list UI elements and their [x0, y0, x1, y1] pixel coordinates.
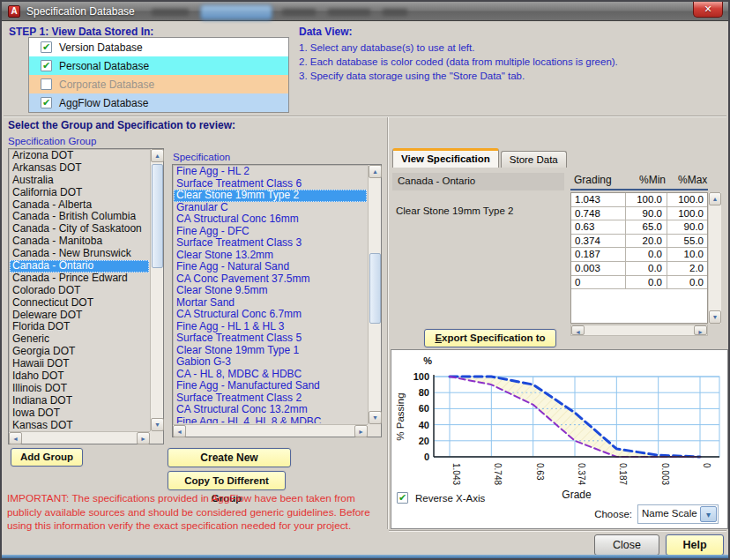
scroll-right-icon[interactable]: ► — [694, 325, 707, 335]
list-item[interactable]: CA Structural Conc 13.2mm — [174, 404, 367, 416]
table-horizontal-scrollbar[interactable]: ◄ ► — [570, 325, 708, 336]
scroll-up-icon[interactable]: ▲ — [151, 149, 164, 162]
list-item[interactable]: Arizona DOT — [10, 150, 149, 162]
list-item[interactable]: Kansas DOT — [10, 420, 149, 430]
table-row[interactable]: 0.6365.090.0 — [571, 220, 707, 235]
group-vertical-scrollbar[interactable]: ▲ ▼ — [150, 149, 163, 431]
list-item[interactable]: Surface Treatment Class 3 — [174, 237, 367, 250]
list-item[interactable]: Deleware DOT — [10, 310, 149, 322]
scroll-left-icon[interactable]: ◄ — [173, 425, 186, 437]
spec-scroll-thumb[interactable] — [369, 253, 381, 324]
scroll-down-icon[interactable]: ▼ — [369, 411, 382, 424]
chevron-down-icon[interactable]: ▾ — [700, 506, 717, 522]
list-item[interactable]: Gabion G-3 — [174, 356, 367, 369]
spec-horizontal-scrollbar[interactable]: ◄ ► — [173, 424, 368, 437]
list-item[interactable]: Illinois DOT — [10, 383, 149, 395]
list-item[interactable]: Indiana DOT — [10, 395, 149, 407]
close-window-button[interactable]: ✕ — [693, 2, 723, 18]
reverse-x-axis-label: Reverse X-Axis — [415, 493, 485, 504]
table-row[interactable]: 1.043100.0100.0 — [571, 193, 707, 207]
list-item[interactable]: Canada - City of Saskatoon — [10, 223, 149, 235]
list-item[interactable]: CA - HL 8, MDBC & HDBC — [174, 369, 367, 381]
list-item[interactable]: Clear Stone 19mm Type 1 — [174, 345, 367, 357]
background-tabs-blur — [152, 4, 443, 20]
list-item[interactable]: CA Structural Conc 6.7mm — [174, 309, 367, 321]
database-checkbox[interactable]: ✔ — [41, 41, 52, 53]
scroll-up-icon[interactable]: ▲ — [369, 165, 382, 178]
list-item[interactable]: California DOT — [10, 187, 149, 199]
list-item[interactable]: Canada - Prince Edward — [10, 273, 149, 285]
database-checkbox[interactable]: ✔ — [41, 60, 52, 71]
list-item[interactable]: CA Structural Conc 16mm — [174, 213, 367, 226]
list-item[interactable]: CA Conc Pavement 37.5mm — [174, 273, 367, 286]
list-item[interactable]: Fine Agg - Manufactured Sand — [174, 380, 367, 392]
list-item[interactable]: Granular C — [174, 202, 367, 214]
scale-dropdown-value: Name Scale — [642, 508, 697, 519]
list-item[interactable]: Surface Treatment Class 5 — [174, 332, 367, 345]
list-item[interactable]: Clear Stone 13.2mm — [174, 250, 367, 262]
table-row[interactable]: 00.00.0 — [571, 276, 707, 290]
list-item[interactable]: Fine Agg - HL 4, HL 8 & MDBC — [174, 416, 367, 424]
scroll-right-icon[interactable]: ► — [354, 425, 368, 437]
list-item[interactable]: Generic — [10, 333, 149, 346]
list-item[interactable]: Connecticut DOT — [10, 297, 149, 310]
table-vertical-scrollbar[interactable]: ▲ ▼ — [709, 192, 721, 324]
spec-vertical-scrollbar[interactable]: ▲ ▼ — [368, 165, 381, 424]
list-item[interactable]: Canada - Manitoba — [10, 235, 149, 248]
list-item[interactable]: Mortar Sand — [174, 297, 367, 310]
title-bar[interactable]: A Specification Database ✕ — [2, 2, 728, 21]
create-new-specification-button[interactable]: Create New Specification — [168, 448, 291, 467]
list-item[interactable]: Surface Treatment Class 6 — [174, 178, 367, 190]
group-scroll-thumb[interactable] — [152, 164, 163, 268]
scroll-right-icon[interactable]: ► — [137, 432, 150, 444]
list-item[interactable]: Georgia DOT — [10, 346, 149, 358]
table-row[interactable]: 0.37420.055.0 — [571, 235, 707, 249]
list-item[interactable]: Clear Stone 19mm Type 2 — [174, 190, 367, 202]
grading-table-header: Grading %Min %Max — [570, 172, 708, 190]
horizontal-divider — [4, 116, 726, 117]
scroll-down-icon[interactable]: ▼ — [151, 418, 164, 431]
reverse-x-axis-checkbox[interactable]: ✔ — [397, 492, 408, 504]
list-item[interactable]: Arkansas DOT — [10, 162, 149, 175]
scroll-left-icon[interactable]: ◄ — [9, 432, 22, 444]
group-horizontal-scrollbar[interactable]: ◄ ► — [9, 431, 150, 444]
copy-to-different-group-button[interactable]: Copy To Different Group — [168, 471, 286, 490]
add-group-button[interactable]: Add Group — [11, 448, 83, 467]
list-item[interactable]: Colorado DOT — [10, 285, 149, 297]
table-row[interactable]: 0.0030.02.0 — [571, 262, 707, 276]
grading-table[interactable]: Grading %Min %Max 1.043100.0100.00.74890… — [570, 172, 721, 342]
list-item[interactable]: Clear Stone 9.5mm — [174, 285, 367, 297]
list-item[interactable]: Canada - British Columbia — [10, 211, 149, 223]
list-item[interactable]: Australia — [10, 175, 149, 187]
database-checkbox[interactable]: ✔ — [41, 97, 52, 108]
help-button[interactable]: Help — [666, 534, 724, 556]
table-row[interactable]: 0.74890.0100.0 — [571, 207, 707, 221]
specification-listbox[interactable]: Fine Agg - HL 2Surface Treatment Class 6… — [172, 164, 382, 437]
scroll-up-icon[interactable]: ▲ — [709, 192, 721, 205]
tab-store-data[interactable]: Store Data — [501, 151, 567, 168]
database-checkbox[interactable] — [41, 78, 52, 90]
list-item[interactable]: Fine Agg - HL 2 — [174, 166, 367, 178]
close-dialog-button[interactable]: Close — [594, 534, 659, 556]
step1-label: STEP 1: — [9, 26, 48, 38]
tab-view-specification[interactable]: View Specification — [392, 148, 499, 168]
reverse-x-axis-control[interactable]: ✔ Reverse X-Axis — [397, 492, 485, 504]
list-item[interactable]: Canada - Alberta — [10, 199, 149, 212]
list-item[interactable]: Canada - Ontario — [10, 260, 149, 273]
list-item[interactable]: Hawaii DOT — [10, 358, 149, 370]
group-listbox[interactable]: Arizona DOTArkansas DOTAustraliaCaliforn… — [8, 148, 164, 444]
grading-table-body[interactable]: 1.043100.0100.00.74890.0100.00.6365.090.… — [570, 192, 708, 324]
list-item[interactable]: Fine Agg - DFC — [174, 226, 367, 238]
scroll-left-icon[interactable]: ◄ — [571, 325, 585, 335]
list-item[interactable]: Canada - New Brunswick — [10, 248, 149, 260]
export-specification-button[interactable]: Export Specification to Excel — [424, 329, 556, 347]
scale-dropdown[interactable]: Name Scale ▾ — [637, 504, 719, 524]
list-item[interactable]: Surface Treatment Class 2 — [174, 392, 367, 405]
table-row[interactable]: 0.1870.010.0 — [571, 248, 707, 262]
list-item[interactable]: Iowa DOT — [10, 407, 149, 420]
list-item[interactable]: Florida DOT — [10, 321, 149, 333]
list-item[interactable]: Fine Agg - HL 1 & HL 3 — [174, 321, 367, 333]
list-item[interactable]: Idaho DOT — [10, 370, 149, 383]
list-item[interactable]: Fine Agg - Natural Sand — [174, 261, 367, 273]
scroll-down-icon[interactable]: ▼ — [709, 310, 721, 324]
